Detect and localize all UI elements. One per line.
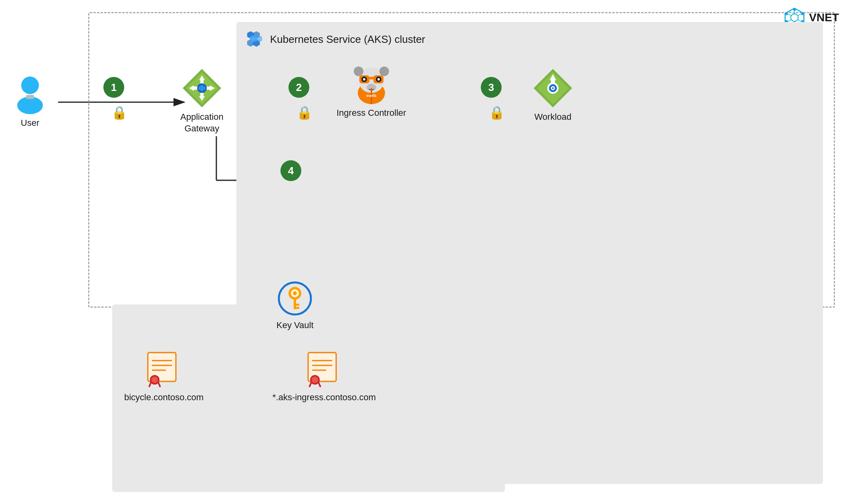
svg-text:træfik: træfik	[366, 94, 377, 98]
svg-point-75	[293, 291, 297, 295]
svg-line-83	[158, 381, 160, 387]
lock-1-icon: 🔒	[111, 105, 127, 120]
cert2-label: *.aks-ingress.contoso.com	[272, 392, 376, 403]
svg-rect-74	[296, 307, 299, 309]
svg-point-57	[379, 67, 389, 76]
appgateway-icon	[182, 68, 222, 108]
svg-line-20	[788, 20, 792, 22]
lock-3-icon: 🔒	[489, 105, 505, 120]
workload-label: Workload	[534, 111, 572, 123]
appgateway-node: Application Gateway	[180, 68, 224, 134]
svg-point-56	[354, 67, 363, 76]
aks-title: Kubernetes Service (AKS) cluster	[270, 33, 425, 46]
step-2-label: 2	[296, 81, 302, 94]
keyvault-node: Key Vault	[276, 280, 314, 331]
ingress-node: træfik Ingress Controller	[337, 64, 406, 119]
user-node: User	[12, 74, 48, 129]
aks-header: Kubernetes Service (AKS) cluster	[236, 22, 823, 48]
svg-point-68	[552, 87, 554, 89]
svg-line-90	[309, 381, 312, 387]
svg-line-82	[149, 381, 151, 387]
user-icon	[12, 74, 48, 114]
svg-point-54	[377, 78, 380, 81]
step-3-label: 3	[488, 81, 494, 94]
appgateway-label: Application Gateway	[180, 111, 224, 134]
ingress-label: Ingress Controller	[337, 107, 406, 119]
cert2-icon	[306, 349, 342, 389]
keyvault-icon	[277, 280, 313, 317]
svg-point-15	[785, 13, 788, 15]
aks-icon	[246, 30, 264, 48]
keyvault-label: Key Vault	[276, 320, 314, 331]
cert1-icon	[146, 349, 182, 389]
workload-node: Workload	[533, 68, 573, 123]
svg-rect-73	[296, 304, 299, 306]
step-3-circle: 3	[481, 77, 502, 98]
svg-point-81	[151, 377, 158, 383]
svg-point-89	[312, 377, 318, 383]
step-2-circle: 2	[288, 77, 309, 98]
svg-line-17	[798, 14, 801, 16]
step-4-label: 4	[288, 165, 294, 177]
svg-rect-72	[294, 298, 296, 309]
svg-rect-31	[26, 95, 34, 99]
traefik-icon: træfik	[351, 64, 391, 104]
svg-point-9	[791, 14, 799, 22]
diagram-container: VNET Kubernetes Service (AKS) cluster	[0, 0, 855, 504]
cert2-node: *.aks-ingress.contoso.com	[272, 349, 376, 403]
workload-icon	[533, 68, 573, 108]
cert1-label: bicycle.contoso.com	[124, 392, 204, 403]
lock-2-icon: 🔒	[296, 105, 313, 120]
svg-point-29	[21, 77, 39, 94]
svg-point-53	[363, 78, 365, 81]
svg-line-18	[798, 20, 801, 22]
step-1-label: 1	[111, 81, 117, 94]
svg-point-30	[17, 97, 43, 114]
step-4-circle: 4	[280, 160, 301, 181]
svg-line-21	[788, 14, 792, 16]
cert1-node: bicycle.contoso.com	[124, 349, 204, 403]
user-label: User	[21, 117, 39, 129]
step-1-circle: 1	[103, 77, 124, 98]
svg-rect-58	[369, 77, 374, 79]
svg-point-11	[801, 13, 804, 15]
svg-line-91	[318, 381, 321, 387]
